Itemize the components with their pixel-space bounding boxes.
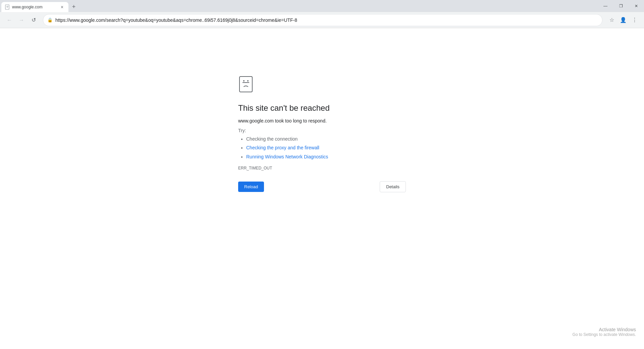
- list-item: Running Windows Network Diagnostics: [246, 153, 406, 160]
- svg-point-6: [243, 80, 245, 82]
- details-button[interactable]: Details: [380, 181, 406, 192]
- lock-icon: 🔒: [47, 17, 53, 22]
- address-input[interactable]: [55, 17, 598, 23]
- error-try-label: Try:: [238, 128, 406, 133]
- reload-page-button[interactable]: Reload: [238, 182, 264, 192]
- address-bar[interactable]: 🔒: [43, 14, 602, 26]
- error-domain: www.google.com: [238, 118, 274, 123]
- tab-bar: www.google.com × +: [0, 0, 78, 12]
- error-container: This site can't be reached www.google.co…: [238, 75, 406, 192]
- activate-windows-title: Activate Windows: [573, 327, 636, 332]
- error-title: This site can't be reached: [238, 103, 406, 113]
- svg-rect-4: [239, 77, 252, 92]
- new-tab-button[interactable]: +: [69, 2, 78, 11]
- error-subtitle: www.google.com took too long to respond.: [238, 117, 406, 124]
- activate-windows-watermark: Activate Windows Go to Settings to activ…: [573, 327, 636, 337]
- menu-icon[interactable]: ⋮: [629, 15, 640, 26]
- forward-button[interactable]: →: [16, 15, 27, 26]
- suggestion-checking-connection: Checking the connection: [246, 136, 298, 142]
- list-item: Checking the connection: [246, 135, 406, 143]
- error-subtitle-rest: took too long to respond.: [274, 118, 327, 123]
- error-suggestions-list: Checking the connection Checking the pro…: [238, 135, 406, 160]
- active-tab[interactable]: www.google.com ×: [1, 2, 68, 12]
- tab-favicon-icon: [5, 4, 10, 10]
- maximize-button[interactable]: ❐: [613, 0, 629, 12]
- error-code: ERR_TIMED_OUT: [238, 166, 406, 170]
- window-controls: — ❐ ✕: [598, 0, 644, 12]
- bookmark-star-icon[interactable]: ☆: [606, 15, 617, 26]
- tab-title: www.google.com: [12, 5, 57, 9]
- close-button[interactable]: ✕: [629, 0, 644, 12]
- error-buttons: Reload Details: [238, 181, 406, 192]
- reload-button[interactable]: ↺: [28, 15, 39, 26]
- minimize-button[interactable]: —: [598, 0, 613, 12]
- suggestion-network-diagnostics[interactable]: Running Windows Network Diagnostics: [246, 154, 328, 159]
- error-icon: [238, 75, 406, 95]
- list-item: Checking the proxy and the firewall: [246, 144, 406, 151]
- account-icon[interactable]: 👤: [618, 15, 629, 26]
- tab-close-button[interactable]: ×: [59, 4, 65, 10]
- browser-window: www.google.com × + — ❐ ✕ ← → ↺ 🔒 ☆ 👤 ⋮: [0, 0, 644, 349]
- svg-rect-0: [5, 5, 9, 9]
- back-button[interactable]: ←: [4, 15, 15, 26]
- suggestion-proxy-firewall[interactable]: Checking the proxy and the firewall: [246, 145, 319, 150]
- toolbar-right: ☆ 👤 ⋮: [606, 15, 640, 26]
- svg-point-3: [7, 6, 8, 7]
- svg-point-7: [247, 80, 249, 82]
- page-content: This site can't be reached www.google.co…: [0, 28, 644, 349]
- activate-windows-subtitle: Go to Settings to activate Windows.: [573, 332, 636, 337]
- browser-toolbar: ← → ↺ 🔒 ☆ 👤 ⋮: [0, 12, 644, 28]
- title-bar: www.google.com × + — ❐ ✕: [0, 0, 644, 12]
